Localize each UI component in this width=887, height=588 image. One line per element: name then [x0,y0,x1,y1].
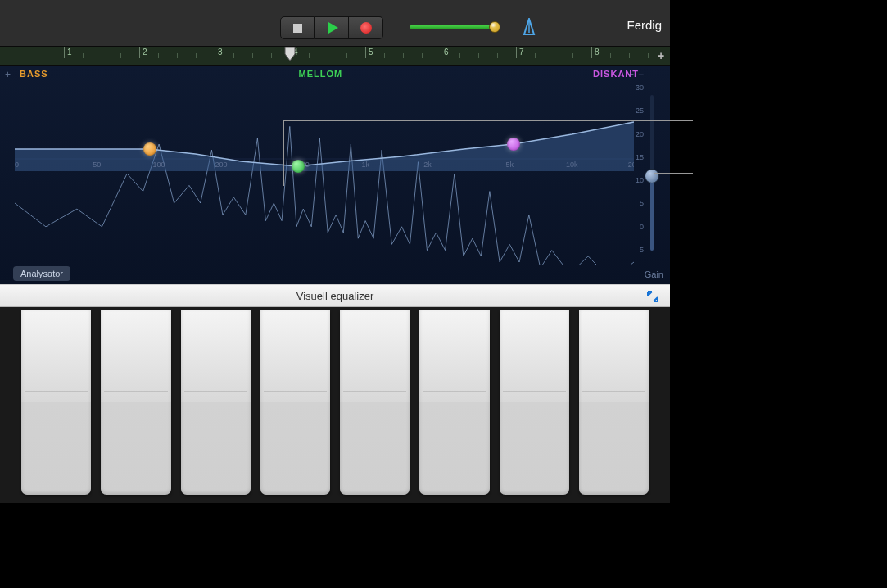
svg-text:100: 100 [153,161,165,169]
done-button[interactable]: Ferdig [627,18,662,32]
callout-line [283,120,284,186]
eq-section-header: Visuell equalizer [0,284,670,307]
svg-text:10k: 10k [566,161,578,169]
ruler-bar-number: 3 [218,47,223,57]
key[interactable] [181,310,251,495]
record-button[interactable] [349,16,383,39]
remove-band-button[interactable]: − [638,69,644,80]
play-button[interactable] [315,16,349,39]
svg-text:50: 50 [93,161,101,169]
master-gain-slider[interactable] [639,84,665,259]
callout-line [43,276,43,540]
key[interactable] [500,310,569,495]
svg-text:200: 200 [215,161,227,169]
gain-label: Gain [645,269,663,279]
timeline-ruler[interactable]: + 12345678 [0,46,670,66]
add-band-left-button[interactable]: + [5,69,11,80]
eq-handle-treble[interactable] [507,138,520,151]
eq-section-title: Visuell equalizer [296,290,373,302]
ruler-bar-number: 2 [143,47,147,57]
stop-icon [293,24,302,33]
callout-line [283,120,693,121]
keyboard-area [0,307,670,503]
svg-text:1k: 1k [361,161,369,169]
key[interactable] [21,310,91,495]
svg-text:2k: 2k [423,161,432,169]
ruler-bar-number: 5 [369,47,373,57]
key[interactable] [260,310,330,495]
gain-thumb[interactable] [645,169,659,183]
volume-thumb[interactable] [489,21,500,33]
playhead[interactable] [284,47,296,66]
ruler-bar-number: 6 [444,47,449,57]
ruler-bar-number: 1 [67,47,72,57]
eq-band-labels: BASS MELLOM DISKANT [20,69,639,79]
eq-handle-mid[interactable] [292,160,305,173]
svg-text:5k: 5k [506,161,514,169]
band-label-treble[interactable]: DISKANT [593,69,639,79]
ruler-bar-number: 7 [519,47,524,57]
eq-graph[interactable]: 20501002005001k2k5k10k20k 05102030354045… [15,82,634,265]
key[interactable] [101,310,170,495]
band-label-mid[interactable]: MELLOM [299,69,343,79]
transport-bar: Ferdig [0,0,670,46]
eq-handle-bass[interactable] [143,142,156,156]
key[interactable] [419,310,489,495]
key[interactable] [340,310,410,495]
master-volume-slider[interactable] [410,23,500,31]
ruler-bar-number: 8 [595,47,600,57]
app-window: Ferdig + 12345678 + + − BASS MELLOM DISK… [0,0,670,503]
add-track-button[interactable]: + [655,50,667,61]
eq-panel: + + − BASS MELLOM DISKANT 20501002005001… [0,66,670,284]
svg-text:20: 20 [15,161,19,169]
analyser-toggle-button[interactable]: Analysator [13,266,70,281]
expand-icon[interactable] [645,289,660,304]
metronome-icon[interactable] [521,18,537,36]
key[interactable] [579,310,649,495]
callout-line [654,173,693,174]
record-icon [360,22,372,34]
play-icon [328,22,338,34]
band-label-bass[interactable]: BASS [20,69,48,79]
stop-button[interactable] [280,16,315,39]
